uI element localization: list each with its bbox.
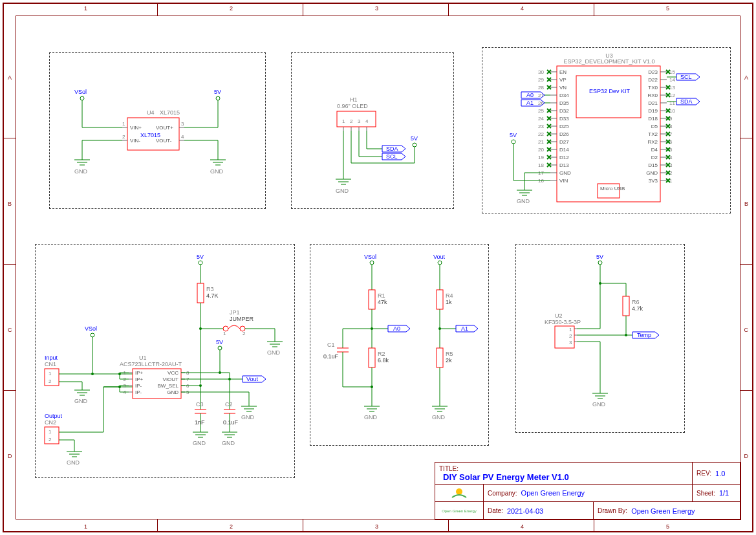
svg-rect-212 — [45, 427, 59, 444]
net-5v: 5V — [214, 89, 221, 95]
svg-text:19: 19 — [538, 155, 544, 160]
ruler-l-a: A — [8, 74, 12, 81]
svg-text:12: 12 — [669, 93, 675, 98]
svg-point-295 — [598, 261, 602, 265]
svg-text:IP+: IP+ — [135, 370, 144, 376]
gnd-l: GND — [74, 168, 88, 175]
sheet-label: Sheet: — [697, 490, 715, 497]
svg-text:4: 4 — [181, 134, 184, 140]
svg-text:VCC: VCC — [167, 370, 178, 376]
logo-caption: Open Green Energy — [435, 502, 484, 519]
titleblock: TITLE: DIY Solar PV Energy Meter V1.0 RE… — [435, 462, 741, 520]
svg-rect-278 — [369, 348, 375, 367]
logo-icon — [448, 486, 470, 500]
svg-text:D14: D14 — [559, 147, 569, 153]
r1-val: 47k — [378, 299, 387, 305]
r2-val: 6.8k — [378, 357, 389, 364]
svg-text:D13: D13 — [559, 162, 569, 168]
svg-text:4: 4 — [365, 118, 369, 124]
u4-val: XL7015 — [160, 109, 180, 116]
r5-val: 2k — [446, 357, 452, 364]
rev-val: 1.0 — [715, 470, 725, 477]
r4-val: 1k — [446, 299, 452, 305]
r3-ref: R3 — [206, 286, 214, 292]
drawnby-val: Open Green Energy — [631, 507, 695, 515]
svg-text:14: 14 — [669, 77, 675, 83]
svg-text:1: 1 — [342, 118, 345, 124]
svg-text:D35: D35 — [559, 100, 569, 106]
ruler-l-b: B — [8, 201, 12, 207]
ruler-top-1: 1 — [84, 5, 87, 12]
title-label: TITLE: — [439, 465, 459, 472]
svg-text:2: 2 — [243, 331, 246, 336]
r2-ref: R2 — [378, 351, 385, 357]
svg-text:1: 1 — [49, 429, 52, 435]
svg-text:D4: D4 — [651, 147, 658, 153]
c2-ref: C2 — [225, 401, 233, 408]
jp1-val: JUMPER — [230, 316, 254, 322]
net-vout: Vout — [246, 376, 259, 382]
net-a1: A1 — [526, 100, 534, 106]
ruler-bot-1: 1 — [84, 523, 87, 530]
gnd-r: GND — [432, 414, 446, 420]
svg-text:D23: D23 — [648, 69, 658, 75]
company-val: Open Green Energy — [521, 489, 585, 497]
cn1-ref: CN1 — [45, 361, 56, 367]
r6-val: 4.7k — [632, 305, 643, 312]
svg-text:25: 25 — [538, 108, 544, 114]
svg-point-254 — [218, 346, 222, 350]
block-esp32: U3 ESP32_DEVELOPMENT_KIT V1.0 ESP32 Dev … — [482, 47, 731, 213]
u2-val: KF350-3.5-3P — [545, 319, 581, 325]
svg-text:15: 15 — [669, 69, 675, 75]
svg-rect-41 — [557, 66, 660, 202]
svg-text:1: 1 — [223, 331, 226, 336]
svg-point-271 — [228, 378, 231, 380]
svg-text:24: 24 — [538, 116, 544, 122]
company-label: Company: — [488, 490, 517, 497]
svg-text:29: 29 — [538, 77, 544, 83]
svg-point-184 — [512, 140, 515, 144]
svg-text:30: 30 — [538, 69, 544, 75]
svg-text:GND: GND — [646, 170, 658, 176]
svg-text:RX2: RX2 — [647, 139, 658, 145]
svg-text:2: 2 — [569, 333, 572, 339]
svg-text:EN: EN — [559, 69, 567, 75]
svg-text:TX0: TX0 — [648, 85, 658, 91]
svg-text:3: 3 — [358, 118, 361, 124]
ruler-top-4: 4 — [521, 5, 524, 12]
svg-rect-193 — [197, 283, 204, 303]
gnd-c2: GND — [222, 440, 235, 446]
in-ref: Input — [45, 355, 58, 361]
svg-text:23: 23 — [538, 124, 544, 129]
gnd-c3: GND — [193, 440, 206, 446]
svg-text:3V3: 3V3 — [649, 178, 658, 184]
net-scl: SCL — [680, 74, 692, 80]
svg-text:VIN-: VIN- — [130, 138, 140, 144]
svg-text:20: 20 — [538, 147, 544, 153]
net-a0: A0 — [526, 92, 534, 98]
ruler-bot-5: 5 — [666, 523, 669, 530]
svg-text:13: 13 — [669, 85, 675, 91]
schematic-frame: 1 2 3 4 5 1 2 3 4 5 A B C D A B C D VSol… — [0, 0, 756, 535]
ruler-top-3: 3 — [375, 5, 378, 12]
ruler-top-5: 5 — [666, 5, 669, 12]
c3-val: 1nF — [195, 419, 205, 426]
ruler-bot-3: 3 — [375, 523, 378, 530]
u4-ref: U4 — [147, 109, 155, 116]
svg-block4: 5V R3 4.7K JP1 JUMPER 1 2 GND VSol — [36, 245, 294, 477]
svg-text:D33: D33 — [559, 116, 569, 122]
net-a1: A1 — [461, 325, 468, 332]
gnd: GND — [517, 198, 530, 204]
svg-text:3: 3 — [569, 340, 572, 345]
r1-ref: R1 — [378, 292, 385, 299]
gnd: GND — [592, 401, 606, 408]
out-ref: Output — [45, 413, 63, 419]
svg-block3: U3 ESP32_DEVELOPMENT_KIT V1.0 ESP32 Dev … — [482, 48, 730, 213]
svg-text:21: 21 — [538, 139, 544, 145]
ruler-bot-2: 2 — [230, 523, 233, 530]
svg-text:D32: D32 — [559, 108, 569, 114]
svg-text:26: 26 — [538, 100, 544, 106]
svg-point-286 — [371, 386, 373, 388]
svg-point-314 — [456, 488, 462, 495]
svg-text:D2: D2 — [651, 155, 658, 160]
